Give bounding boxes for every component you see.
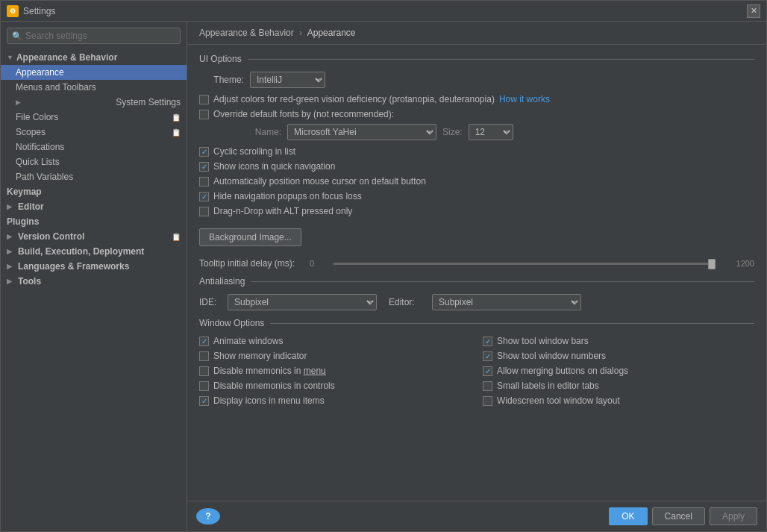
- background-image-button[interactable]: Background Image...: [199, 228, 301, 246]
- search-box[interactable]: 🔍: [7, 28, 181, 44]
- sidebar-item-scopes[interactable]: Scopes 📋: [1, 125, 187, 140]
- slider-thumb[interactable]: [708, 259, 716, 269]
- breadcrumb: Appearance & Behavior › Appearance: [187, 22, 766, 45]
- editor-aa-select[interactable]: Subpixel Greyscale None: [432, 294, 581, 310]
- show-memory-row: Show memory indicator: [199, 351, 471, 361]
- override-fonts-row: Override default fonts by (not recommend…: [199, 109, 754, 119]
- display-icons-row: Display icons in menu items: [199, 395, 471, 406]
- sidebar-item-languages-frameworks[interactable]: ▶ Languages & Frameworks: [1, 259, 187, 274]
- show-tool-numbers-checkbox[interactable]: [483, 351, 492, 361]
- scopes-icon: 📋: [172, 128, 181, 137]
- slider-track[interactable]: [334, 263, 716, 265]
- ok-button[interactable]: OK: [609, 507, 647, 525]
- sidebar-item-system-settings[interactable]: ▶ System Settings: [1, 95, 187, 110]
- version-control-icon: 📋: [172, 233, 181, 241]
- show-tool-numbers-label: Show tool window numbers: [497, 351, 606, 361]
- antialiasing-header: Antialiasing: [199, 276, 754, 287]
- font-size-wrapper: 12: [469, 124, 513, 140]
- cancel-button[interactable]: Cancel: [652, 507, 705, 525]
- chevron-right-icon-lang: ▶: [7, 263, 12, 270]
- show-tool-numbers-row: Show tool window numbers: [483, 351, 754, 361]
- show-icons-nav-row: Show icons in quick navigation: [199, 161, 754, 172]
- auto-mouse-checkbox[interactable]: [199, 177, 209, 187]
- sidebar-label-path-variables: Path Variables: [16, 172, 73, 182]
- drag-n-drop-checkbox[interactable]: [199, 207, 209, 216]
- disable-mnemonics-menu-checkbox[interactable]: [199, 366, 209, 376]
- help-button[interactable]: ?: [196, 508, 220, 525]
- font-size-select[interactable]: 12: [469, 124, 513, 140]
- animate-windows-checkbox[interactable]: [199, 337, 209, 346]
- theme-select[interactable]: IntelliJ Darcula High contrast: [250, 72, 325, 88]
- sidebar-item-tools[interactable]: ▶ Tools: [1, 274, 187, 289]
- sidebar-item-quick-lists[interactable]: Quick Lists: [1, 154, 187, 169]
- bottom-bar: ? OK Cancel Apply: [187, 501, 766, 531]
- font-name-select[interactable]: Microsoft YaHei: [287, 124, 436, 140]
- red-green-row: Adjust colors for red-green vision defic…: [199, 94, 754, 104]
- editor-label: Editor:: [389, 297, 426, 307]
- close-button[interactable]: ✕: [747, 4, 760, 18]
- ui-options-label: UI Options: [199, 54, 242, 64]
- sidebar-label-appearance: Appearance: [16, 67, 64, 78]
- allow-merge-checkbox[interactable]: [483, 366, 492, 376]
- chevron-right-icon-build: ▶: [7, 248, 12, 255]
- sidebar-label-languages-frameworks: Languages & Frameworks: [18, 261, 129, 272]
- sidebar-item-notifications[interactable]: Notifications: [1, 140, 187, 154]
- bg-button-row: Background Image...: [199, 222, 754, 252]
- settings-window: ⚙ Settings ✕ 🔍 ▼ Appearance & Behavior A…: [0, 0, 767, 532]
- chevron-right-icon-vc: ▶: [7, 233, 12, 240]
- hide-nav-row: Hide navigation popups on focus loss: [199, 191, 754, 201]
- sidebar-item-menus-toolbars[interactable]: Menus and Toolbars: [1, 80, 187, 95]
- ide-label: IDE:: [199, 297, 222, 307]
- cyclic-scroll-row: Cyclic scrolling in list: [199, 146, 754, 157]
- window-options-left: Animate windows Show memory indicator Di…: [199, 336, 471, 410]
- sidebar-label-quick-lists: Quick Lists: [16, 157, 60, 167]
- hide-nav-checkbox[interactable]: [199, 192, 209, 201]
- red-green-checkbox[interactable]: [199, 95, 209, 104]
- show-tool-bars-checkbox[interactable]: [483, 337, 492, 346]
- widescreen-checkbox[interactable]: [483, 396, 492, 406]
- sidebar-label-plugins: Plugins: [7, 216, 39, 227]
- sidebar-item-version-control[interactable]: ▶ Version Control 📋: [1, 229, 187, 244]
- editor-aa-wrapper: Subpixel Greyscale None: [432, 294, 581, 310]
- cyclic-scroll-checkbox[interactable]: [199, 147, 209, 157]
- disable-mnemonics-menu-row: Disable mnemonics in menu: [199, 366, 471, 376]
- show-memory-checkbox[interactable]: [199, 351, 209, 361]
- sidebar-label-scopes: Scopes: [16, 127, 46, 137]
- sidebar-item-file-colors[interactable]: File Colors 📋: [1, 110, 187, 125]
- animate-windows-row: Animate windows: [199, 336, 471, 346]
- small-labels-checkbox[interactable]: [483, 381, 492, 391]
- chevron-right-icon-tools: ▶: [7, 278, 12, 285]
- disable-mnemonics-controls-checkbox[interactable]: [199, 381, 209, 391]
- disable-mnemonics-menu-label: Disable mnemonics in menu: [213, 366, 326, 376]
- cyclic-scroll-label: Cyclic scrolling in list: [213, 146, 295, 157]
- sidebar-label-system-settings: System Settings: [116, 97, 181, 107]
- window-options-right: Show tool window bars Show tool window n…: [483, 336, 754, 410]
- search-input[interactable]: [25, 31, 175, 41]
- chevron-down-icon: ▼: [7, 54, 13, 61]
- ide-aa-select[interactable]: Subpixel Greyscale None: [228, 294, 377, 310]
- sidebar-item-keymap[interactable]: Keymap: [1, 184, 187, 199]
- sidebar-label-editor: Editor: [18, 201, 44, 212]
- sidebar-item-plugins[interactable]: Plugins: [1, 214, 187, 229]
- apply-button[interactable]: Apply: [710, 507, 757, 525]
- show-icons-nav-checkbox[interactable]: [199, 162, 209, 172]
- window-title: Settings: [23, 6, 55, 16]
- sidebar-item-path-variables[interactable]: Path Variables: [1, 169, 187, 184]
- app-icon: ⚙: [7, 5, 19, 17]
- right-panel: Appearance & Behavior › Appearance UI Op…: [187, 22, 766, 531]
- sidebar-item-editor[interactable]: ▶ Editor: [1, 199, 187, 214]
- font-name-wrapper: Microsoft YaHei: [287, 124, 436, 140]
- override-fonts-checkbox[interactable]: [199, 110, 209, 119]
- display-icons-checkbox[interactable]: [199, 396, 209, 406]
- chevron-right-icon: ▶: [16, 98, 21, 106]
- how-it-works-link[interactable]: How it works: [499, 94, 550, 104]
- auto-mouse-row: Automatically position mouse cursor on d…: [199, 176, 754, 187]
- sidebar-label-appearance-behavior: Appearance & Behavior: [16, 52, 117, 63]
- window-options-header: Window Options: [199, 318, 754, 328]
- sidebar-item-appearance[interactable]: Appearance: [1, 65, 187, 80]
- sidebar-item-appearance-behavior[interactable]: ▼ Appearance & Behavior: [1, 50, 187, 65]
- disable-mnemonics-controls-row: Disable mnemonics in controls: [199, 381, 471, 391]
- sidebar-item-build-execution[interactable]: ▶ Build, Execution, Deployment: [1, 244, 187, 259]
- show-tool-bars-label: Show tool window bars: [497, 336, 589, 346]
- widescreen-label: Widescreen tool window layout: [497, 395, 620, 406]
